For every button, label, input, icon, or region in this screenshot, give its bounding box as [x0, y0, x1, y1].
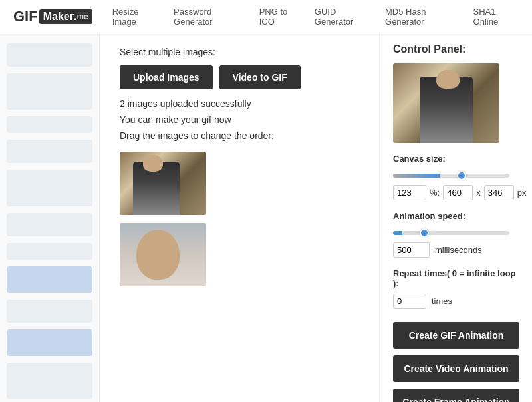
- canvas-size-slider-container: [393, 169, 519, 180]
- logo-area: GIFMaker.me: [13, 8, 92, 25]
- logo-maker-text: Maker: [43, 11, 74, 23]
- canvas-size-inputs: %: x px: [393, 185, 519, 200]
- upload-status-text: 2 images uploaded successfully: [120, 99, 359, 109]
- control-panel-title: Control Panel:: [393, 43, 519, 55]
- repeat-unit: times: [432, 296, 452, 306]
- image-1-preview: [120, 152, 206, 215]
- nav-md5-hash-generator[interactable]: MD5 Hash Generator: [385, 7, 460, 27]
- speed-input-row: milliseconds: [393, 242, 519, 258]
- sidebar-ad-blue-2: [7, 329, 92, 356]
- canvas-pct-symbol: %:: [430, 188, 440, 198]
- image-thumb-1[interactable]: [120, 152, 206, 215]
- nav-png-to-ico[interactable]: PNG to ICO: [259, 7, 301, 27]
- sidebar-ad-3: [7, 116, 92, 133]
- sidebar-ad-8: [7, 300, 92, 323]
- create-frame-animation-button[interactable]: Create Frame Animation: [393, 389, 519, 402]
- image-2-preview: [120, 223, 206, 286]
- canvas-x-symbol: x: [476, 188, 481, 198]
- canvas-px-label: px: [517, 188, 527, 198]
- repeat-input-row: times: [393, 294, 519, 309]
- nav-resize-image[interactable]: Resize Image: [112, 7, 160, 27]
- content-area: Select multiple images: Upload Images Vi…: [100, 33, 379, 402]
- img2-face: [136, 230, 180, 280]
- create-gif-animation-button[interactable]: Create GIF Animation: [393, 322, 519, 349]
- canvas-percent-input[interactable]: [393, 185, 426, 200]
- sidebar-ad-5: [7, 170, 92, 206]
- sidebar-ad-6: [7, 213, 92, 236]
- right-panel: Control Panel: Canvas size: %: x px Anim…: [379, 33, 532, 402]
- nav-sha1-online[interactable]: SHA1 Online: [473, 7, 519, 27]
- drag-order-text: Drag the images to change the order:: [120, 130, 359, 141]
- upload-images-button[interactable]: Upload Images: [120, 65, 213, 89]
- canvas-size-label: Canvas size:: [393, 154, 519, 164]
- button-row: Upload Images Video to GIF: [120, 65, 359, 89]
- canvas-height-input[interactable]: [484, 185, 514, 200]
- preview-head: [436, 70, 460, 89]
- sidebar-ad-blue-1: [7, 266, 92, 293]
- sidebar-ad-2: [7, 73, 92, 110]
- repeat-times-input[interactable]: [393, 294, 426, 309]
- canvas-size-slider[interactable]: [393, 174, 509, 178]
- logo-maker-badge: Maker.me: [39, 9, 92, 24]
- anim-speed-slider-container: [393, 226, 519, 237]
- main-container: Select multiple images: Upload Images Vi…: [0, 33, 532, 402]
- anim-speed-input[interactable]: [393, 242, 430, 258]
- anim-speed-unit: milliseconds: [435, 245, 482, 255]
- sidebar: [0, 33, 100, 402]
- create-video-animation-button[interactable]: Create Video Animation: [393, 355, 519, 382]
- anim-speed-label: Animation speed:: [393, 211, 519, 221]
- make-gif-text: You can make your gif now: [120, 114, 359, 125]
- anim-speed-slider[interactable]: [393, 231, 509, 235]
- image-thumb-2[interactable]: [120, 223, 206, 286]
- sidebar-ad-1: [7, 43, 92, 67]
- select-multiple-label: Select multiple images:: [120, 47, 359, 57]
- sidebar-ad-7: [7, 243, 92, 260]
- logo-me-text: me: [76, 12, 88, 21]
- logo-gif-text: GIF: [13, 8, 38, 25]
- sidebar-ad-4: [7, 140, 92, 163]
- header: GIFMaker.me Resize Image Password Genera…: [0, 0, 532, 33]
- main-nav: Resize Image Password Generator PNG to I…: [112, 7, 519, 27]
- repeat-times-label: Repeat times( 0 = infinite loop ):: [393, 268, 519, 288]
- canvas-width-input[interactable]: [443, 185, 473, 200]
- sidebar-ad-9: [7, 363, 92, 399]
- nav-password-generator[interactable]: Password Generator: [174, 7, 246, 27]
- video-to-gif-button[interactable]: Video to GIF: [219, 65, 301, 89]
- img1-head: [143, 155, 163, 172]
- preview-image: [393, 63, 499, 143]
- nav-guid-generator[interactable]: GUID Generator: [315, 7, 372, 27]
